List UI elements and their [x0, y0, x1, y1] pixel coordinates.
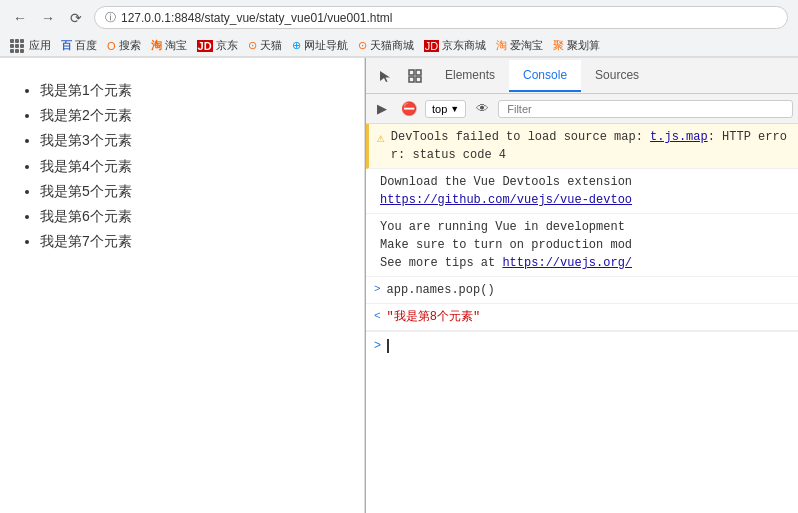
top-selector[interactable]: top ▼: [425, 100, 466, 118]
result-arrow-icon: <: [374, 308, 381, 325]
svg-rect-2: [409, 77, 414, 82]
tab-sources[interactable]: Sources: [581, 60, 653, 92]
devtools-link[interactable]: https://github.com/vuejs/vue-devtoo: [380, 193, 632, 207]
bookmark-search[interactable]: O 搜索: [107, 38, 141, 53]
console-cursor: [387, 336, 389, 354]
source-map-link[interactable]: t.js.map: [650, 130, 708, 144]
bookmark-jd[interactable]: JD 京东: [197, 38, 238, 53]
warning-icon: ⚠: [377, 129, 385, 149]
list-item: 我是第6个元素: [40, 204, 344, 229]
browser-nav: ← → ⟳ ⓘ 127.0.0.1:8848/staty_vue/staty_v…: [0, 0, 798, 35]
list-item: 我是第5个元素: [40, 179, 344, 204]
svg-rect-1: [416, 70, 421, 75]
url-text: 127.0.0.1:8848/staty_vue/staty_vue01/vue…: [121, 11, 393, 25]
bookmark-apps[interactable]: 应用: [10, 38, 51, 53]
console-messages[interactable]: ⚠ DevTools failed to load source map: t.…: [366, 124, 798, 513]
filter-input[interactable]: [498, 100, 793, 118]
block-button[interactable]: ⛔: [398, 98, 420, 120]
console-info-msg-2: You are running Vue in development Make …: [366, 214, 798, 277]
bookmarks-bar: 应用 百 百度 O 搜索 淘 淘宝 JD 京东 ⊙ 天猫 ⊕ 网址导航 ⊙ 天猫…: [0, 35, 798, 57]
bookmark-aitaobao[interactable]: 淘 爱淘宝: [496, 38, 543, 53]
input-arrow-icon: >: [374, 281, 381, 298]
top-label: top: [432, 103, 447, 115]
result-text: "我是第8个元素": [387, 308, 481, 326]
bookmark-baidu[interactable]: 百 百度: [61, 38, 97, 53]
elements-list: 我是第1个元素 我是第2个元素 我是第3个元素 我是第4个元素 我是第5个元素 …: [20, 78, 344, 254]
console-result-msg: < "我是第8个元素": [366, 304, 798, 331]
console-input-msg: > app.names.pop(): [366, 277, 798, 304]
inspector-icon[interactable]: [401, 62, 429, 90]
console-prompt-icon: >: [374, 338, 381, 352]
devtools-tabs: Elements Console Sources: [366, 58, 798, 94]
address-bar[interactable]: ⓘ 127.0.0.1:8848/staty_vue/staty_vue01/v…: [94, 6, 788, 29]
tab-elements[interactable]: Elements: [431, 60, 509, 92]
command-text: app.names.pop(): [387, 281, 495, 299]
bookmark-navigation[interactable]: ⊕ 网址导航: [292, 38, 348, 53]
bookmark-juhuasuan[interactable]: 聚 聚划算: [553, 38, 600, 53]
reload-button[interactable]: ⟳: [66, 8, 86, 28]
list-item: 我是第7个元素: [40, 229, 344, 254]
forward-button[interactable]: →: [38, 8, 58, 28]
devtools-panel: Elements Console Sources ▶ ⛔ top ▼ 👁 ⚠ D…: [365, 58, 798, 513]
bookmark-jd-mall[interactable]: JD 京东商城: [424, 38, 486, 53]
play-button[interactable]: ▶: [371, 98, 393, 120]
list-item: 我是第2个元素: [40, 103, 344, 128]
lock-icon: ⓘ: [105, 10, 116, 25]
tab-console[interactable]: Console: [509, 60, 581, 92]
bookmark-taobao[interactable]: 淘 淘宝: [151, 38, 187, 53]
console-warning-msg: ⚠ DevTools failed to load source map: t.…: [366, 124, 798, 169]
warning-text: DevTools failed to load source map: t.js…: [391, 128, 790, 164]
eye-button[interactable]: 👁: [471, 98, 493, 120]
list-item: 我是第1个元素: [40, 78, 344, 103]
console-info-msg-1: Download the Vue Devtools extension http…: [366, 169, 798, 214]
info-text-2: You are running Vue in development Make …: [380, 218, 632, 272]
main-area: 我是第1个元素 我是第2个元素 我是第3个元素 我是第4个元素 我是第5个元素 …: [0, 58, 798, 513]
dropdown-arrow-icon: ▼: [450, 104, 459, 114]
vuejs-link[interactable]: https://vuejs.org/: [502, 256, 632, 270]
cursor-icon[interactable]: [371, 62, 399, 90]
svg-rect-3: [416, 77, 421, 82]
console-toolbar: ▶ ⛔ top ▼ 👁: [366, 94, 798, 124]
list-item: 我是第3个元素: [40, 128, 344, 153]
info-text-1: Download the Vue Devtools extension http…: [380, 173, 632, 209]
console-input-row[interactable]: >: [366, 331, 798, 358]
back-button[interactable]: ←: [10, 8, 30, 28]
browser-chrome: ← → ⟳ ⓘ 127.0.0.1:8848/staty_vue/staty_v…: [0, 0, 798, 58]
svg-rect-0: [409, 70, 414, 75]
bookmark-tianmao-mall[interactable]: ⊙ 天猫商城: [358, 38, 414, 53]
list-item: 我是第4个元素: [40, 154, 344, 179]
page-content: 我是第1个元素 我是第2个元素 我是第3个元素 我是第4个元素 我是第5个元素 …: [0, 58, 365, 513]
bookmark-tianmao[interactable]: ⊙ 天猫: [248, 38, 282, 53]
